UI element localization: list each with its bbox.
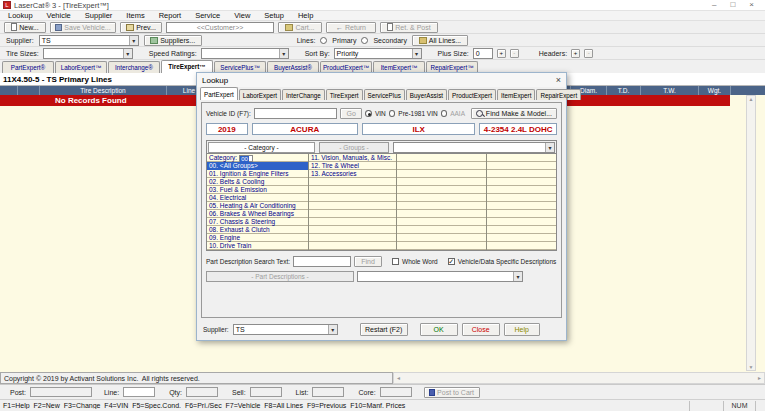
vin-radio[interactable] (365, 110, 372, 117)
groups-combo[interactable]: ▾ (393, 142, 555, 153)
save-vehicle-button[interactable]: Save Vehicle... (50, 22, 116, 33)
category-item[interactable]: 00. <All Groups> (207, 162, 308, 170)
restart-button[interactable]: Restart (F2) (360, 323, 408, 336)
vertical-scrollbar[interactable]: ▲ ▼ (746, 95, 756, 371)
secondary-label[interactable]: Secondary (373, 37, 406, 44)
expert-tab[interactable]: Interchange® (108, 61, 160, 73)
category-item[interactable]: 01. Ignition & Engine Filters (207, 170, 308, 178)
line-field[interactable] (123, 387, 155, 397)
lookup-tab[interactable]: TireExpert (326, 89, 363, 100)
groups-button[interactable]: - Groups - (319, 142, 389, 153)
category-item[interactable]: 07. Chassis & Steering (207, 218, 308, 226)
scroll-left-icon[interactable]: ◄ (396, 375, 401, 381)
headers-plus-button[interactable]: + (571, 49, 580, 58)
ok-button[interactable]: OK (420, 323, 458, 336)
go-button[interactable]: Go (340, 108, 363, 119)
tire-sizes-combo[interactable]: ▾ (43, 48, 133, 59)
secondary-radio[interactable] (361, 37, 368, 44)
lookup-tab[interactable]: PartExpert (200, 87, 238, 100)
vehicle-year-box[interactable]: 2019 (206, 123, 248, 135)
grid-column-header[interactable]: Wgt. (699, 86, 731, 95)
expert-tab[interactable]: PartExpert® (2, 61, 54, 73)
close-button[interactable]: Close (462, 323, 500, 336)
scroll-right-icon[interactable]: ► (757, 375, 762, 381)
category-item[interactable]: 09. Engine (207, 234, 308, 242)
lookup-tab[interactable]: ProductExpert (448, 89, 496, 100)
vehicle-data-label[interactable]: Vehicle/Data Specific Descriptions (458, 258, 557, 265)
ret-and-post-button[interactable]: Ret. & Post (380, 22, 438, 33)
grid-column-header[interactable] (0, 86, 18, 95)
chevron-down-icon[interactable]: ▾ (328, 325, 337, 334)
scroll-up-icon[interactable]: ▲ (749, 96, 754, 102)
chevron-down-icon[interactable]: ▾ (279, 49, 288, 58)
customer-box[interactable]: <<Customer>> (166, 22, 274, 33)
primary-radio[interactable] (320, 37, 327, 44)
return-button[interactable]: ←Return (326, 22, 376, 33)
lookup-tab[interactable]: RepairExpert (536, 89, 581, 100)
menu-item[interactable]: Lookup (8, 11, 33, 20)
menu-item[interactable]: Report (159, 11, 182, 20)
menu-item[interactable]: View (234, 11, 250, 20)
list-field[interactable] (312, 387, 344, 397)
aaia-label[interactable]: AAIA (450, 110, 465, 117)
part-descriptions-button[interactable]: - Part Descriptions - (206, 271, 354, 282)
menu-item[interactable]: Setup (264, 11, 284, 20)
vin-label[interactable]: VIN (375, 110, 386, 117)
sort-by-combo[interactable]: Priority▾ (334, 48, 422, 59)
sell-field[interactable] (250, 387, 282, 397)
grid-column-header[interactable] (18, 86, 40, 95)
category-item[interactable]: 13. Accessories (309, 170, 396, 178)
maximize-icon[interactable]: □ (730, 0, 735, 10)
cart-button[interactable]: Cart... (278, 22, 322, 33)
category-item[interactable]: 11. Vision, Manuals, & Misc. (309, 154, 396, 162)
lookup-tab[interactable]: InterChange (282, 89, 325, 100)
all-lines-button[interactable]: All Lines... (412, 35, 468, 46)
headers-minus-button[interactable]: - (584, 49, 593, 58)
grid-column-header[interactable] (731, 86, 765, 95)
chevron-down-icon[interactable]: ▾ (545, 143, 554, 152)
vehicle-model-box[interactable]: ILX (362, 123, 476, 135)
lookup-tab[interactable]: ServicePlus (364, 89, 405, 100)
pre-1981-vin-label[interactable]: Pre-1981 VIN (398, 110, 437, 117)
whole-word-checkbox[interactable] (392, 258, 399, 265)
dialog-supplier-combo[interactable]: TS▾ (233, 324, 338, 335)
category-item[interactable]: 03. Fuel & Emission (207, 186, 308, 194)
category-item[interactable]: 05. Heating & Air Conditioning (207, 202, 308, 210)
speed-ratings-combo[interactable]: ▾ (201, 48, 289, 59)
category-item[interactable]: 12. Tire & Wheel (309, 162, 396, 170)
plus-size-up-button[interactable]: + (497, 49, 506, 58)
part-desc-search-input[interactable] (293, 256, 351, 267)
lookup-tab[interactable]: ItemExpert (497, 89, 535, 100)
grid-column-header[interactable]: T.W. (641, 86, 699, 95)
category-button[interactable]: - Category - (208, 142, 315, 153)
aaia-radio[interactable] (441, 110, 448, 117)
close-icon[interactable]: × (556, 74, 561, 86)
plus-size-value[interactable]: 0 (473, 48, 493, 59)
chevron-down-icon[interactable]: ▾ (513, 272, 522, 281)
vehicle-data-checkbox[interactable]: ✓ (448, 258, 455, 265)
grid-column-header[interactable]: T.D. (607, 86, 641, 95)
category-item[interactable]: 04. Electrical (207, 194, 308, 202)
lookup-tab[interactable]: LaborExpert (239, 89, 281, 100)
menu-item[interactable]: Supplier (85, 11, 113, 20)
menu-item[interactable]: Help (298, 11, 313, 20)
close-icon[interactable]: × (749, 0, 754, 10)
scroll-down-icon[interactable]: ▼ (749, 364, 754, 370)
qty-field[interactable] (186, 387, 218, 397)
vehicle-engine-box[interactable]: 4-2354 2.4L DOHC (479, 123, 557, 135)
menu-item[interactable]: Service (195, 11, 220, 20)
vehicle-make-box[interactable]: ACURA (252, 123, 358, 135)
minimize-icon[interactable]: – (712, 0, 716, 10)
plus-size-down-button[interactable]: - (510, 49, 519, 58)
post-to-cart-button[interactable]: Post to Cart (424, 387, 480, 398)
help-button[interactable]: Help (504, 323, 540, 336)
chevron-down-icon[interactable]: ▾ (129, 36, 138, 45)
menu-item[interactable]: Items (126, 11, 144, 20)
supplier-combo[interactable]: TS▾ (39, 35, 139, 46)
core-field[interactable] (380, 387, 412, 397)
lookup-tab[interactable]: BuyerAssist (406, 89, 447, 100)
category-item[interactable]: 02. Belts & Cooling (207, 178, 308, 186)
menu-item[interactable]: Vehicle (47, 11, 71, 20)
vehicle-id-input[interactable] (254, 108, 337, 119)
lookup-dialog-title-bar[interactable]: Lookup × (197, 73, 566, 87)
